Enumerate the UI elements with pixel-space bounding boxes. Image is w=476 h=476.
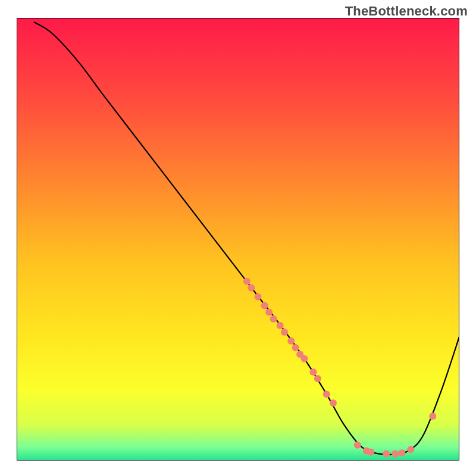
watermark-text: TheBottleneck.com (345, 4, 468, 19)
chart-container: TheBottleneck.com (0, 0, 476, 476)
data-marker (367, 449, 374, 456)
data-marker (309, 368, 317, 375)
data-marker (323, 390, 330, 397)
data-marker (254, 293, 261, 300)
data-marker (383, 450, 390, 458)
data-marker (270, 315, 277, 322)
data-marker (265, 309, 273, 316)
data-marker (287, 337, 295, 345)
data-marker (314, 375, 321, 382)
data-marker (301, 355, 308, 362)
plot-background (17, 18, 459, 461)
data-marker (248, 284, 255, 292)
data-marker (354, 441, 361, 449)
data-marker (429, 413, 436, 420)
data-marker (398, 449, 405, 456)
data-marker (292, 344, 299, 351)
data-marker (243, 278, 250, 285)
data-marker (392, 450, 399, 458)
data-marker (261, 302, 268, 309)
data-marker (407, 446, 414, 453)
data-marker (330, 399, 337, 406)
data-marker (281, 328, 288, 336)
data-marker (277, 322, 284, 329)
chart-plot (17, 18, 459, 461)
